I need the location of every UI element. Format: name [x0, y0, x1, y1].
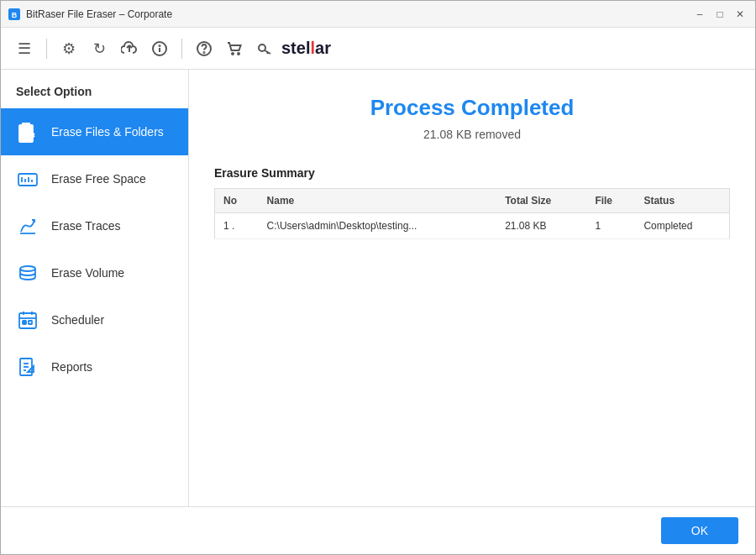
footer: OK — [1, 506, 755, 554]
refresh-icon[interactable]: ↻ — [86, 35, 113, 62]
window-title: BitRaser File Eraser – Corporate — [26, 8, 172, 20]
sidebar-item-scheduler[interactable]: Scheduler — [1, 296, 188, 343]
erasure-summary-table: No Name Total Size File Status 1 . C:\Us… — [214, 188, 730, 239]
table-header-row: No Name Total Size File Status — [215, 189, 730, 213]
ok-button[interactable]: OK — [661, 517, 738, 544]
upload-icon[interactable] — [116, 35, 143, 62]
minimize-button[interactable]: – — [691, 6, 708, 23]
svg-text:B: B — [12, 11, 18, 19]
erase-traces-label: Erase Traces — [51, 219, 120, 233]
process-subtitle: 21.08 KB removed — [214, 128, 730, 141]
cell-total-size: 21.08 KB — [496, 213, 586, 239]
erasure-summary-title: Erasure Summary — [214, 166, 730, 180]
scheduler-label: Scheduler — [51, 313, 104, 327]
settings-icon[interactable]: ⚙ — [55, 35, 82, 62]
col-header-no: No — [215, 189, 259, 213]
erase-volume-icon — [16, 261, 39, 285]
reports-icon — [16, 355, 39, 379]
stellar-logo-accent: l — [310, 39, 315, 57]
title-bar: B BitRaser File Eraser – Corporate – □ ✕ — [1, 1, 755, 28]
cell-name: C:\Users\admin\Desktop\testing... — [259, 213, 497, 239]
process-title: Process Completed — [214, 95, 730, 121]
svg-point-6 — [204, 52, 205, 53]
svg-rect-10 — [19, 125, 33, 142]
maximize-button[interactable]: □ — [711, 6, 728, 23]
info-icon[interactable] — [146, 35, 173, 62]
col-header-file: File — [586, 189, 635, 213]
main-layout: Select Option Erase Files & Folders — [1, 70, 755, 506]
cell-no: 1 . — [215, 213, 259, 239]
col-header-total-size: Total Size — [496, 189, 586, 213]
col-header-status: Status — [635, 189, 729, 213]
stellar-logo: stellar — [281, 39, 331, 58]
svg-point-9 — [259, 45, 265, 51]
menu-icon[interactable]: ☰ — [11, 35, 38, 62]
svg-rect-25 — [23, 321, 26, 324]
window-controls: – □ ✕ — [691, 6, 748, 23]
title-bar-left: B BitRaser File Eraser – Corporate — [8, 8, 172, 21]
help-icon[interactable] — [191, 35, 218, 62]
cart-icon[interactable] — [221, 35, 248, 62]
content-area: Process Completed 21.08 KB removed Erasu… — [189, 70, 755, 506]
svg-point-20 — [20, 266, 35, 271]
svg-rect-21 — [19, 313, 36, 328]
scheduler-icon — [16, 308, 39, 332]
svg-point-4 — [160, 45, 160, 46]
key-icon[interactable] — [251, 35, 278, 62]
col-header-name: Name — [259, 189, 497, 213]
sidebar-item-erase-traces[interactable]: Erase Traces — [1, 202, 188, 249]
sidebar-item-reports[interactable]: Reports — [1, 343, 188, 390]
table-row: 1 . C:\Users\admin\Desktop\testing... 21… — [215, 213, 730, 239]
erase-traces-icon — [16, 214, 39, 238]
toolbar-divider-1 — [46, 39, 47, 59]
toolbar: ☰ ⚙ ↻ stella — [1, 28, 755, 70]
erase-free-space-label: Erase Free Space — [51, 172, 146, 186]
close-button[interactable]: ✕ — [732, 6, 748, 23]
sidebar-title: Select Option — [1, 70, 188, 108]
svg-point-7 — [232, 53, 234, 55]
cell-file: 1 — [586, 213, 635, 239]
app-icon: B — [8, 8, 21, 21]
sidebar-item-erase-volume[interactable]: Erase Volume — [1, 249, 188, 296]
sidebar-item-erase-files[interactable]: Erase Files & Folders — [1, 108, 188, 155]
erase-files-label: Erase Files & Folders — [51, 125, 164, 139]
reports-label: Reports — [51, 360, 92, 374]
sidebar: Select Option Erase Files & Folders — [1, 70, 189, 506]
svg-rect-26 — [29, 321, 32, 324]
toolbar-divider-2 — [181, 39, 182, 59]
erase-free-space-icon — [16, 167, 39, 191]
erase-files-icon — [16, 120, 39, 144]
erase-volume-label: Erase Volume — [51, 266, 124, 280]
sidebar-item-erase-free-space[interactable]: Erase Free Space — [1, 155, 188, 202]
svg-point-8 — [238, 53, 239, 55]
cell-status: Completed — [635, 213, 729, 239]
